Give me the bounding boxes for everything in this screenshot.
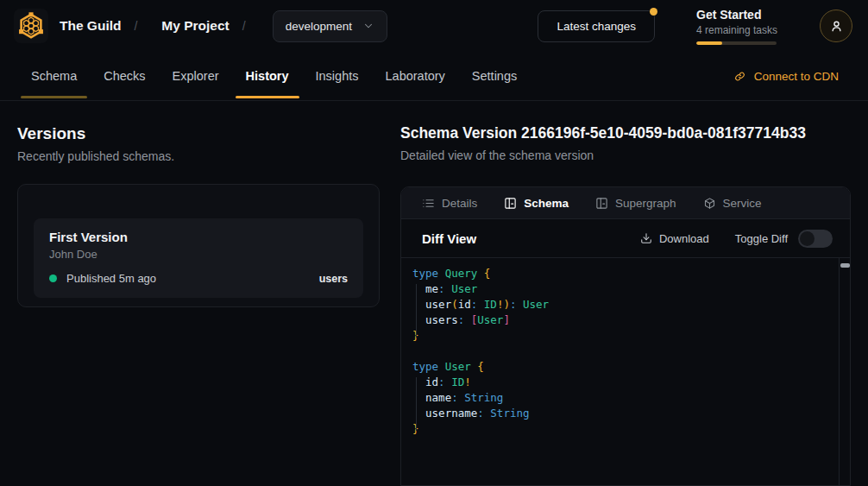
get-started-widget[interactable]: Get Started 4 remaining tasks <box>696 8 777 45</box>
main-nav: Schema Checks Explorer History Insights … <box>0 52 868 101</box>
get-started-title: Get Started <box>696 8 777 22</box>
indent-guide <box>416 377 417 431</box>
toggle-diff-knob <box>800 231 815 246</box>
get-started-progress-fill <box>696 41 722 45</box>
tab-service[interactable]: Service <box>703 197 762 210</box>
nav-tab-insights[interactable]: Insights <box>316 52 359 100</box>
download-icon <box>640 232 652 244</box>
get-started-progressbar <box>696 41 777 45</box>
chevron-down-icon <box>362 20 374 32</box>
version-status: Published 5m ago <box>66 272 156 285</box>
tab-supergraph[interactable]: Supergraph <box>595 197 676 210</box>
breadcrumb-separator: / <box>134 19 137 33</box>
breadcrumb-org[interactable]: The Guild <box>60 18 121 34</box>
version-list-item[interactable]: First Version John Doe Published 5m ago … <box>34 218 363 298</box>
connect-to-cdn-label: Connect to CDN <box>754 70 839 83</box>
versions-title: Versions <box>17 124 380 143</box>
nav-tab-settings[interactable]: Settings <box>472 52 517 100</box>
diff-view-header: Diff View Download Toggle Diff <box>401 219 850 258</box>
nav-tab-schema[interactable]: Schema <box>31 52 77 100</box>
detail-tab-bar: Details Schema Supergraph <box>401 187 850 219</box>
user-avatar[interactable] <box>820 9 852 42</box>
code-vertical-scrollbar[interactable] <box>839 258 850 485</box>
connect-to-cdn-link[interactable]: Connect to CDN <box>733 52 839 100</box>
link-icon <box>733 70 746 83</box>
nav-tab-history[interactable]: History <box>246 52 289 100</box>
tab-details[interactable]: Details <box>422 197 477 210</box>
panel-columns-icon <box>595 197 608 210</box>
target-select-value: development <box>286 20 352 33</box>
version-service-badge: users <box>319 273 348 285</box>
toggle-diff-switch[interactable] <box>798 230 833 248</box>
person-icon <box>828 18 845 35</box>
notification-dot <box>650 8 657 16</box>
indent-guide <box>416 284 417 338</box>
version-name: First Version <box>49 230 348 244</box>
version-author: John Doe <box>49 248 348 261</box>
top-bar: The Guild / My Project / development Lat… <box>0 0 868 52</box>
nav-tab-checks[interactable]: Checks <box>104 52 145 100</box>
main-content: Versions Recently published schemas. Fir… <box>0 101 868 486</box>
published-status-dot <box>49 275 57 282</box>
latest-changes-label: Latest changes <box>557 20 636 33</box>
code-block-lines: type Query { me: User user(id: ID!): Use… <box>401 258 850 445</box>
versions-card: First Version John Doe Published 5m ago … <box>17 184 380 307</box>
nav-tab-explorer[interactable]: Explorer <box>173 52 219 100</box>
get-started-subtitle: 4 remaining tasks <box>696 24 777 36</box>
schema-detail-panel: Details Schema Supergraph <box>400 186 851 486</box>
diff-view-title: Diff View <box>422 231 476 246</box>
schema-version-title: Schema Version 2166196f-5e10-4059-bd0a-0… <box>400 124 851 142</box>
package-icon <box>703 197 716 210</box>
versions-panel: Versions Recently published schemas. Fir… <box>17 101 380 486</box>
schema-code-viewer: type Query { me: User user(id: ID!): Use… <box>401 258 850 485</box>
latest-changes-button[interactable]: Latest changes <box>538 10 655 42</box>
panel-columns-icon <box>504 197 517 210</box>
nav-tab-laboratory[interactable]: Laboratory <box>386 52 445 100</box>
hive-hexagon-icon <box>16 11 46 41</box>
schema-version-subtitle: Detailed view of the schema version <box>400 148 851 162</box>
toggle-diff-label: Toggle Diff <box>735 232 788 245</box>
versions-subtitle: Recently published schemas. <box>17 149 380 163</box>
version-meta-row: Published 5m ago users <box>49 272 348 285</box>
target-select-dropdown[interactable]: development <box>273 10 387 42</box>
download-button[interactable]: Download <box>640 232 709 245</box>
hive-logo[interactable] <box>14 9 48 43</box>
list-icon <box>422 197 435 210</box>
schema-version-detail: Schema Version 2166196f-5e10-4059-bd0a-0… <box>400 101 851 486</box>
scrollbar-thumb[interactable] <box>840 263 850 268</box>
breadcrumb-separator: / <box>242 19 246 33</box>
tab-schema[interactable]: Schema <box>504 197 569 210</box>
breadcrumb-project[interactable]: My Project <box>161 18 229 34</box>
